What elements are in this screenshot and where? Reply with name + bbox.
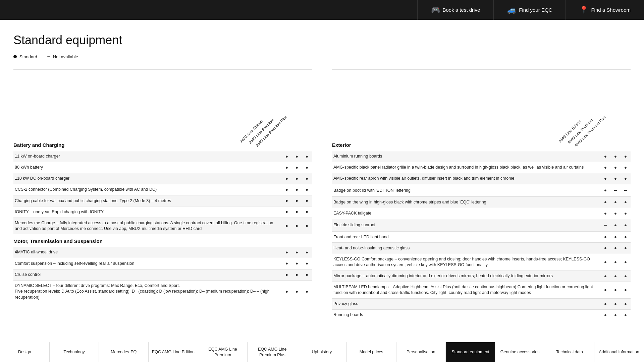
battery-col-4-1: ● bbox=[292, 195, 302, 206]
exterior-col-2-2: ● bbox=[621, 173, 631, 184]
battery-col-4-0: ● bbox=[282, 195, 292, 206]
find-showroom-button[interactable]: 📍 Find a Showroom bbox=[566, 0, 644, 20]
nav-item-12[interactable]: Additional information bbox=[594, 342, 644, 362]
not-available-dash: – bbox=[47, 54, 50, 59]
nav-item-4[interactable]: EQC AMG Line Premium bbox=[198, 342, 248, 362]
battery-col-3-0: ● bbox=[282, 184, 292, 195]
right-table-section: AMG Line Edition AMG Line Premium AMG Li… bbox=[332, 69, 631, 320]
exterior-feature-name-3: Badge on boot lid with 'EDITION' letteri… bbox=[332, 184, 600, 197]
motor-feature-name-1: Comfort suspension – including self-leve… bbox=[13, 258, 282, 269]
battery-feature-name-3: CCS-2 connector (Combined Charging Syste… bbox=[13, 184, 282, 195]
exterior-col-3-0: ● bbox=[600, 184, 610, 197]
battery-col-1-1: ● bbox=[292, 162, 302, 173]
exterior-feature-name-12: Privacy glass bbox=[332, 298, 600, 309]
exterior-feature-name-9: KEYLESS-GO Comfort package – convenience… bbox=[332, 254, 600, 270]
exterior-col-9-0: ● bbox=[600, 254, 610, 270]
nav-item-8[interactable]: Personalisation bbox=[396, 342, 446, 362]
exterior-section-title: Exterior bbox=[332, 137, 351, 150]
exterior-feature-name-5: EASY-PACK tailgate bbox=[332, 208, 600, 219]
exterior-col-1-2: ● bbox=[621, 162, 631, 173]
battery-feature-name-6: Mercedes me Charge – fully integrated ac… bbox=[13, 218, 282, 234]
exterior-col-1-1: ● bbox=[610, 162, 621, 173]
exterior-col-11-1: ● bbox=[610, 282, 621, 298]
exterior-col-11-2: ● bbox=[621, 282, 631, 298]
find-eqc-label: Find your EQC bbox=[519, 7, 552, 13]
exterior-row-0: Aluminium running boards●●● bbox=[332, 151, 631, 162]
exterior-row-7: Front and rear LED light band●●● bbox=[332, 232, 631, 243]
exterior-col-13-1: ● bbox=[610, 309, 621, 320]
exterior-row-5: EASY-PACK tailgate●●● bbox=[332, 208, 631, 219]
battery-row-0: 11 kW on-board charger●●● bbox=[13, 151, 312, 162]
battery-col-1-0: ● bbox=[282, 162, 292, 173]
book-test-drive-button[interactable]: 🎮 Book a test drive bbox=[417, 0, 494, 20]
nav-item-0[interactable]: Design bbox=[0, 342, 50, 362]
steering-wheel-icon: 🎮 bbox=[431, 6, 440, 14]
exterior-feature-name-6: Electric sliding sunroof bbox=[332, 219, 600, 231]
exterior-col-11-0: ● bbox=[600, 282, 610, 298]
battery-row-6: Mercedes me Charge – fully integrated ac… bbox=[13, 218, 312, 234]
battery-row-4: Charging cable for wallbox and public ch… bbox=[13, 195, 312, 206]
motor-feature-name-0: 4MATIC all-wheel drive bbox=[13, 247, 282, 258]
exterior-feature-name-0: Aluminium running boards bbox=[332, 151, 600, 162]
standard-legend: Standard bbox=[13, 54, 37, 59]
exterior-col-7-1: ● bbox=[610, 232, 621, 243]
battery-col-0-2: ● bbox=[302, 151, 312, 162]
exterior-col-0-1: ● bbox=[610, 151, 621, 162]
exterior-col-4-0: ● bbox=[600, 197, 610, 208]
left-col-headers: AMG Line Edition AMG Line Premium AMG Li… bbox=[248, 72, 278, 136]
motor-col-1-2: ● bbox=[302, 258, 312, 269]
exterior-row-11: MULTIBEAM LED headlamps – Adaptive Highb… bbox=[332, 282, 631, 298]
motor-section-header-row: Motor, Transmission and Suspension bbox=[13, 234, 312, 247]
exterior-col-10-1: ● bbox=[610, 270, 621, 282]
battery-col-5-0: ● bbox=[282, 206, 292, 218]
motor-col-0-0: ● bbox=[282, 247, 292, 258]
battery-col-0-0: ● bbox=[282, 151, 292, 162]
exterior-col-1-0: ● bbox=[600, 162, 610, 173]
exterior-row-13: Running boards●●● bbox=[332, 309, 631, 320]
header: 🎮 Book a test drive 🚙 Find your EQC 📍 Fi… bbox=[0, 0, 644, 20]
nav-item-1[interactable]: Technology bbox=[50, 342, 99, 362]
exterior-col-3-2: – bbox=[621, 184, 631, 197]
exterior-row-1: AMG-specific black panel radiator grille… bbox=[332, 162, 631, 173]
battery-col-6-0: ● bbox=[282, 218, 292, 234]
battery-col-1-2: ● bbox=[302, 162, 312, 173]
exterior-col-8-0: ● bbox=[600, 243, 610, 254]
exterior-col-9-2: ● bbox=[621, 254, 631, 270]
right-col-header-premium-plus: AMG Line Premium Plus bbox=[587, 72, 597, 136]
not-available-label: Not available bbox=[53, 54, 78, 59]
motor-col-1-0: ● bbox=[282, 258, 292, 269]
exterior-col-8-1: ● bbox=[610, 243, 621, 254]
nav-item-5[interactable]: EQC AMG Line Premium Plus bbox=[248, 342, 297, 362]
exterior-col-9-1: ● bbox=[610, 254, 621, 270]
nav-item-10[interactable]: Genuine accessories bbox=[495, 342, 545, 362]
motor-col-3-1: ● bbox=[292, 280, 302, 303]
exterior-section-header-row: Exterior bbox=[332, 138, 631, 151]
exterior-col-10-0: ● bbox=[600, 270, 610, 282]
nav-item-7[interactable]: Model prices bbox=[347, 342, 396, 362]
exterior-feature-name-2: AMG-specific rear apron with visible air… bbox=[332, 173, 600, 184]
nav-item-9[interactable]: Standard equipment bbox=[446, 342, 495, 362]
exterior-col-13-0: ● bbox=[600, 309, 610, 320]
battery-col-3-2: ● bbox=[302, 184, 312, 195]
nav-item-2[interactable]: Mercedes-EQ bbox=[99, 342, 149, 362]
exterior-col-4-2: ● bbox=[621, 197, 631, 208]
nav-item-3[interactable]: EQC AMG Line Edition bbox=[149, 342, 198, 362]
exterior-feature-name-1: AMG-specific black panel radiator grille… bbox=[332, 162, 600, 173]
page-title: Standard equipment bbox=[13, 33, 631, 47]
battery-row-2: 110 kW DC on-board charger●●● bbox=[13, 173, 312, 184]
book-test-drive-label: Book a test drive bbox=[443, 7, 480, 13]
exterior-row-6: Electric sliding sunroof–●● bbox=[332, 219, 631, 231]
find-eqc-button[interactable]: 🚙 Find your EQC bbox=[493, 0, 566, 20]
right-col-headers: AMG Line Edition AMG Line Premium AMG Li… bbox=[567, 72, 597, 136]
nav-item-11[interactable]: Technical data bbox=[545, 342, 595, 362]
exterior-col-2-0: ● bbox=[600, 173, 610, 184]
motor-row-3: DYNAMIC SELECT – four different drive pr… bbox=[13, 280, 312, 303]
motor-row-1: Comfort suspension – including self-leve… bbox=[13, 258, 312, 269]
standard-label: Standard bbox=[19, 54, 37, 59]
standard-dot bbox=[13, 55, 17, 58]
exterior-col-7-0: ● bbox=[600, 232, 610, 243]
motor-col-2-2: ● bbox=[302, 269, 312, 280]
exterior-col-5-0: ● bbox=[600, 208, 610, 219]
nav-item-6[interactable]: Upholstery bbox=[297, 342, 347, 362]
exterior-col-3-1: – bbox=[610, 184, 621, 197]
